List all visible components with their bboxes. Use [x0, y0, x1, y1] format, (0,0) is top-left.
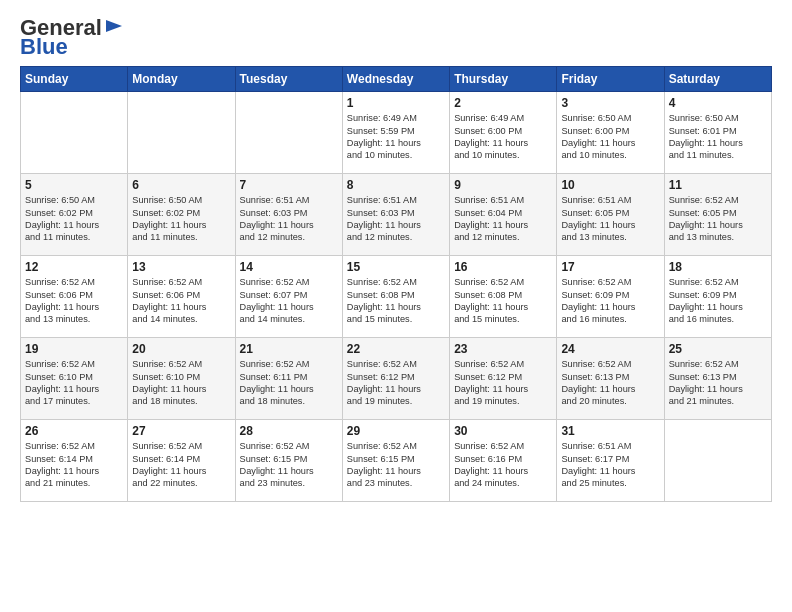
calendar-cell: 18Sunrise: 6:52 AM Sunset: 6:09 PM Dayli…	[664, 256, 771, 338]
calendar-cell: 20Sunrise: 6:52 AM Sunset: 6:10 PM Dayli…	[128, 338, 235, 420]
calendar-header: SundayMondayTuesdayWednesdayThursdayFrid…	[21, 67, 772, 92]
day-number: 4	[669, 96, 767, 110]
cell-content: Sunrise: 6:52 AM Sunset: 6:14 PM Dayligh…	[132, 440, 230, 490]
cell-content: Sunrise: 6:51 AM Sunset: 6:17 PM Dayligh…	[561, 440, 659, 490]
calendar-week-row: 26Sunrise: 6:52 AM Sunset: 6:14 PM Dayli…	[21, 420, 772, 502]
day-number: 21	[240, 342, 338, 356]
cell-content: Sunrise: 6:50 AM Sunset: 6:00 PM Dayligh…	[561, 112, 659, 162]
day-number: 8	[347, 178, 445, 192]
day-number: 30	[454, 424, 552, 438]
calendar-table: SundayMondayTuesdayWednesdayThursdayFrid…	[20, 66, 772, 502]
cell-content: Sunrise: 6:51 AM Sunset: 6:04 PM Dayligh…	[454, 194, 552, 244]
cell-content: Sunrise: 6:52 AM Sunset: 6:08 PM Dayligh…	[347, 276, 445, 326]
calendar-cell: 17Sunrise: 6:52 AM Sunset: 6:09 PM Dayli…	[557, 256, 664, 338]
calendar-cell: 31Sunrise: 6:51 AM Sunset: 6:17 PM Dayli…	[557, 420, 664, 502]
cell-content: Sunrise: 6:52 AM Sunset: 6:08 PM Dayligh…	[454, 276, 552, 326]
cell-content: Sunrise: 6:52 AM Sunset: 6:06 PM Dayligh…	[132, 276, 230, 326]
weekday-header: Sunday	[21, 67, 128, 92]
calendar-cell: 1Sunrise: 6:49 AM Sunset: 5:59 PM Daylig…	[342, 92, 449, 174]
day-number: 14	[240, 260, 338, 274]
cell-content: Sunrise: 6:52 AM Sunset: 6:11 PM Dayligh…	[240, 358, 338, 408]
weekday-header: Monday	[128, 67, 235, 92]
day-number: 12	[25, 260, 123, 274]
weekday-header: Thursday	[450, 67, 557, 92]
day-number: 28	[240, 424, 338, 438]
day-number: 19	[25, 342, 123, 356]
cell-content: Sunrise: 6:52 AM Sunset: 6:06 PM Dayligh…	[25, 276, 123, 326]
cell-content: Sunrise: 6:52 AM Sunset: 6:15 PM Dayligh…	[240, 440, 338, 490]
cell-content: Sunrise: 6:52 AM Sunset: 6:05 PM Dayligh…	[669, 194, 767, 244]
day-number: 31	[561, 424, 659, 438]
day-number: 27	[132, 424, 230, 438]
day-number: 7	[240, 178, 338, 192]
calendar-cell: 9Sunrise: 6:51 AM Sunset: 6:04 PM Daylig…	[450, 174, 557, 256]
cell-content: Sunrise: 6:52 AM Sunset: 6:10 PM Dayligh…	[132, 358, 230, 408]
day-number: 11	[669, 178, 767, 192]
calendar-cell: 24Sunrise: 6:52 AM Sunset: 6:13 PM Dayli…	[557, 338, 664, 420]
day-number: 2	[454, 96, 552, 110]
day-number: 15	[347, 260, 445, 274]
cell-content: Sunrise: 6:52 AM Sunset: 6:13 PM Dayligh…	[669, 358, 767, 408]
cell-content: Sunrise: 6:50 AM Sunset: 6:02 PM Dayligh…	[25, 194, 123, 244]
calendar-cell: 28Sunrise: 6:52 AM Sunset: 6:15 PM Dayli…	[235, 420, 342, 502]
day-number: 9	[454, 178, 552, 192]
svg-marker-0	[106, 20, 122, 32]
day-number: 5	[25, 178, 123, 192]
calendar-cell: 29Sunrise: 6:52 AM Sunset: 6:15 PM Dayli…	[342, 420, 449, 502]
calendar-cell: 23Sunrise: 6:52 AM Sunset: 6:12 PM Dayli…	[450, 338, 557, 420]
weekday-header: Wednesday	[342, 67, 449, 92]
day-number: 26	[25, 424, 123, 438]
calendar-cell: 6Sunrise: 6:50 AM Sunset: 6:02 PM Daylig…	[128, 174, 235, 256]
calendar-cell: 7Sunrise: 6:51 AM Sunset: 6:03 PM Daylig…	[235, 174, 342, 256]
calendar-cell: 21Sunrise: 6:52 AM Sunset: 6:11 PM Dayli…	[235, 338, 342, 420]
day-number: 22	[347, 342, 445, 356]
calendar-week-row: 5Sunrise: 6:50 AM Sunset: 6:02 PM Daylig…	[21, 174, 772, 256]
calendar-cell: 15Sunrise: 6:52 AM Sunset: 6:08 PM Dayli…	[342, 256, 449, 338]
calendar-cell: 16Sunrise: 6:52 AM Sunset: 6:08 PM Dayli…	[450, 256, 557, 338]
cell-content: Sunrise: 6:49 AM Sunset: 5:59 PM Dayligh…	[347, 112, 445, 162]
logo-flag-icon	[104, 18, 124, 34]
calendar-cell: 25Sunrise: 6:52 AM Sunset: 6:13 PM Dayli…	[664, 338, 771, 420]
calendar-cell: 13Sunrise: 6:52 AM Sunset: 6:06 PM Dayli…	[128, 256, 235, 338]
calendar-cell: 2Sunrise: 6:49 AM Sunset: 6:00 PM Daylig…	[450, 92, 557, 174]
cell-content: Sunrise: 6:51 AM Sunset: 6:05 PM Dayligh…	[561, 194, 659, 244]
calendar-page: General Blue SundayMondayTuesdayWednesda…	[0, 0, 792, 612]
page-header: General Blue	[20, 16, 772, 58]
calendar-week-row: 1Sunrise: 6:49 AM Sunset: 5:59 PM Daylig…	[21, 92, 772, 174]
cell-content: Sunrise: 6:52 AM Sunset: 6:10 PM Dayligh…	[25, 358, 123, 408]
day-number: 25	[669, 342, 767, 356]
weekday-header: Friday	[557, 67, 664, 92]
day-number: 23	[454, 342, 552, 356]
cell-content: Sunrise: 6:49 AM Sunset: 6:00 PM Dayligh…	[454, 112, 552, 162]
day-number: 18	[669, 260, 767, 274]
cell-content: Sunrise: 6:52 AM Sunset: 6:13 PM Dayligh…	[561, 358, 659, 408]
calendar-cell: 3Sunrise: 6:50 AM Sunset: 6:00 PM Daylig…	[557, 92, 664, 174]
day-number: 16	[454, 260, 552, 274]
day-number: 13	[132, 260, 230, 274]
day-number: 10	[561, 178, 659, 192]
cell-content: Sunrise: 6:52 AM Sunset: 6:09 PM Dayligh…	[561, 276, 659, 326]
calendar-cell: 10Sunrise: 6:51 AM Sunset: 6:05 PM Dayli…	[557, 174, 664, 256]
weekday-header: Tuesday	[235, 67, 342, 92]
calendar-cell	[21, 92, 128, 174]
calendar-cell: 26Sunrise: 6:52 AM Sunset: 6:14 PM Dayli…	[21, 420, 128, 502]
cell-content: Sunrise: 6:50 AM Sunset: 6:02 PM Dayligh…	[132, 194, 230, 244]
calendar-cell: 4Sunrise: 6:50 AM Sunset: 6:01 PM Daylig…	[664, 92, 771, 174]
cell-content: Sunrise: 6:52 AM Sunset: 6:07 PM Dayligh…	[240, 276, 338, 326]
calendar-week-row: 19Sunrise: 6:52 AM Sunset: 6:10 PM Dayli…	[21, 338, 772, 420]
day-number: 24	[561, 342, 659, 356]
cell-content: Sunrise: 6:51 AM Sunset: 6:03 PM Dayligh…	[240, 194, 338, 244]
calendar-cell: 5Sunrise: 6:50 AM Sunset: 6:02 PM Daylig…	[21, 174, 128, 256]
cell-content: Sunrise: 6:52 AM Sunset: 6:12 PM Dayligh…	[454, 358, 552, 408]
calendar-cell: 27Sunrise: 6:52 AM Sunset: 6:14 PM Dayli…	[128, 420, 235, 502]
weekday-header: Saturday	[664, 67, 771, 92]
day-number: 29	[347, 424, 445, 438]
cell-content: Sunrise: 6:50 AM Sunset: 6:01 PM Dayligh…	[669, 112, 767, 162]
calendar-cell	[128, 92, 235, 174]
calendar-cell: 30Sunrise: 6:52 AM Sunset: 6:16 PM Dayli…	[450, 420, 557, 502]
calendar-body: 1Sunrise: 6:49 AM Sunset: 5:59 PM Daylig…	[21, 92, 772, 502]
calendar-cell: 11Sunrise: 6:52 AM Sunset: 6:05 PM Dayli…	[664, 174, 771, 256]
day-number: 1	[347, 96, 445, 110]
cell-content: Sunrise: 6:52 AM Sunset: 6:16 PM Dayligh…	[454, 440, 552, 490]
calendar-cell	[664, 420, 771, 502]
